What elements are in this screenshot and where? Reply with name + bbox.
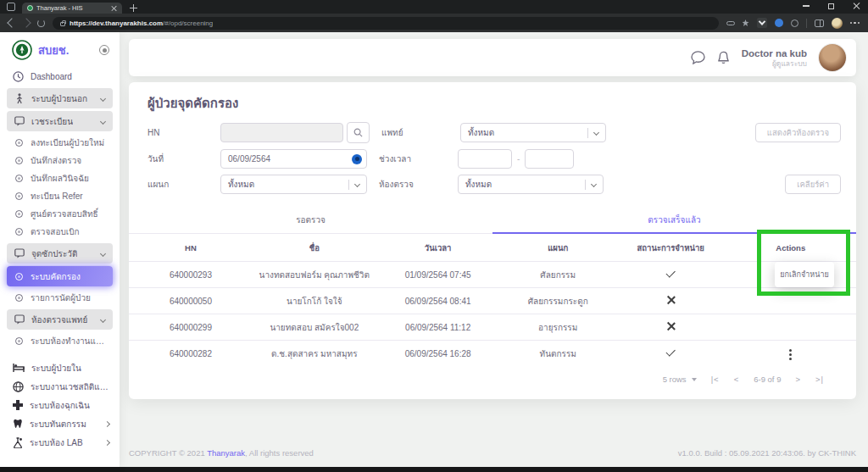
chevron-down-icon xyxy=(100,118,106,124)
date-input[interactable] xyxy=(220,149,367,169)
sidebar-item-history-point[interactable]: จุดซักประวัติ xyxy=(7,243,113,264)
user-info[interactable]: Doctor na kub ผู้ดูแลระบบ xyxy=(742,47,807,69)
sidebar-item-ipd-system[interactable]: ระบบผู้ป่วยใน xyxy=(0,358,120,377)
url-bar[interactable]: https://dev.thanyarakhis.com/#/opd/scree… xyxy=(53,17,719,30)
chevron-down-icon xyxy=(100,250,106,256)
chevron-down-icon xyxy=(100,316,106,322)
doctor-select[interactable]: ทั้งหมด xyxy=(460,123,606,142)
sidebar-item-doctor-exam-room[interactable]: ห้องตรวจแพทย์ xyxy=(7,309,113,330)
password-key-icon[interactable] xyxy=(726,21,735,25)
exam-room-label: ห้องตรวจ xyxy=(379,178,458,191)
filter-form: HN แพทย์ ทั้งหมด แสดงคิวห้องตรวจ xyxy=(129,120,856,203)
sidebar-item-dashboard[interactable]: Dashboard xyxy=(0,67,120,86)
browser-tab[interactable]: Thanyarak - HIS xyxy=(22,3,122,14)
prev-page-button[interactable]: < xyxy=(734,375,740,384)
last-page-button[interactable]: >| xyxy=(815,375,824,384)
reload-icon[interactable] xyxy=(37,19,45,27)
user-avatar[interactable] xyxy=(819,44,846,71)
favorites-star-icon[interactable] xyxy=(743,19,749,26)
sidebar-item-diagnosis-record[interactable]: บันทึกผลวินิจฉัย xyxy=(0,169,120,187)
sidebar-item-emergency-room[interactable]: ระบบห้องฉุกเฉิน xyxy=(0,396,120,414)
lab-icon xyxy=(13,437,23,448)
extension-v-icon[interactable] xyxy=(757,18,767,28)
exam-room-select[interactable]: ทั้งหมด xyxy=(458,175,604,194)
table-row: 640000282 ด.ช.สุดสาคร มหาสมุทร 06/09/256… xyxy=(129,341,856,367)
screen: Thanyarak - HIS https://dev.thanyarakhis… xyxy=(0,0,868,472)
chat-square-icon xyxy=(14,116,25,126)
chat-square-icon xyxy=(14,314,25,325)
sidebar-item-register-new-patient[interactable]: ลงทะเบียนผู้ป่วยใหม่ xyxy=(0,134,120,152)
brand-name: สบยช. xyxy=(38,42,93,59)
sidebar-item-dental-system[interactable]: ระบบทันตกรรม xyxy=(0,414,120,433)
close-icon[interactable] xyxy=(853,3,860,9)
table-header-row: HN ชื่อ วันเวลา แผนก สถานะการจำหน่าย Act… xyxy=(129,234,856,262)
globe-icon xyxy=(13,381,24,392)
browser-essentials-icon[interactable] xyxy=(791,19,798,27)
table-row: 640000050 นายโกโก้ ใจใจ้ 06/09/2564 08:4… xyxy=(129,288,856,314)
pagination: 5 rows |< < 6-9 of 9 > >| xyxy=(129,375,856,399)
forward-icon[interactable] xyxy=(21,18,31,27)
taskbar-edge xyxy=(0,467,868,472)
new-tab-icon[interactable] xyxy=(130,4,137,12)
screening-card: ผู้ป่วยจุดคัดกรอง HN แพทย์ ทั้งหมด xyxy=(129,82,856,399)
search-icon xyxy=(353,128,363,137)
radio-icon xyxy=(15,294,23,302)
sidebar-item-opd-system[interactable]: ระบบผู้ป่วยนอก xyxy=(7,88,113,108)
rows-per-page-select[interactable]: 5 rows xyxy=(663,375,697,384)
sidebar-collapse-icon[interactable] xyxy=(99,45,109,55)
department-select[interactable]: ทั้งหมด xyxy=(220,175,367,194)
sidebar-item-rights-check-center[interactable]: ศูนย์ตรวจสอบสิทธิ์ xyxy=(0,205,120,223)
minimize-icon[interactable] xyxy=(803,5,810,6)
tab-actions-icon[interactable] xyxy=(7,3,15,11)
chat-bubble-icon[interactable] xyxy=(691,51,705,64)
tab-waiting[interactable]: รอตรวจ xyxy=(129,207,492,233)
col-name: ชื่อ xyxy=(253,234,376,262)
time-from-input[interactable] xyxy=(458,149,512,169)
radio-icon xyxy=(15,157,23,164)
brand: สบยช. xyxy=(0,32,120,67)
back-icon[interactable] xyxy=(7,18,16,27)
doctor-label: แพทย์ xyxy=(381,126,460,139)
browser-profile-avatar[interactable] xyxy=(832,18,843,29)
date-field[interactable] xyxy=(220,149,367,169)
sidebar-item-lab-room[interactable]: ระบบห้อง LAB xyxy=(0,433,120,452)
sidebar-item-screening-system[interactable]: ระบบคัดกรอง xyxy=(7,266,113,286)
tab-completed[interactable]: ตรวจเสร็จแล้ว xyxy=(492,207,856,234)
bell-icon[interactable] xyxy=(717,51,730,64)
search-button[interactable] xyxy=(347,122,370,143)
first-page-button[interactable]: |< xyxy=(711,375,720,384)
thanyarak-link[interactable]: Thanyarak xyxy=(207,448,245,458)
clear-button[interactable]: เคลียร์ค่า xyxy=(785,175,841,194)
user-name: Doctor na kub xyxy=(742,47,807,59)
extension-blue-icon[interactable] xyxy=(775,19,783,27)
time-to-input[interactable] xyxy=(525,149,574,169)
col-department: แผนก xyxy=(500,234,616,262)
table-row: 640000299 นายทดสอบ สมัครใจ002 06/09/2564… xyxy=(129,314,856,341)
date-clear-icon[interactable] xyxy=(352,154,362,164)
sidebar-item-claim-check[interactable]: ตรวจสอบเบิก xyxy=(0,223,120,241)
hn-input[interactable] xyxy=(220,123,343,142)
sidebar-item-medical-records[interactable]: เวชระเบียน xyxy=(7,111,113,131)
tab-title: Thanyarak - HIS xyxy=(36,4,108,12)
maximize-icon[interactable] xyxy=(828,3,834,9)
sidebar-item-appointment-list[interactable]: รายการนัดผู้ป่วย xyxy=(0,289,120,307)
cancel-discharge-menu-item[interactable]: ยกเลิกจำหน่าย xyxy=(778,269,831,280)
show-queue-button[interactable]: แสดงคิวห้องตรวจ xyxy=(755,123,841,142)
kebab-menu-icon[interactable] xyxy=(785,347,796,363)
chevron-down-icon xyxy=(354,181,360,187)
next-page-button[interactable]: > xyxy=(795,375,801,384)
patients-table: HN ชื่อ วันเวลา แผนก สถานะการจำหน่าย Act… xyxy=(129,234,856,367)
radio-icon xyxy=(15,210,23,218)
split-screen-icon[interactable] xyxy=(815,19,824,27)
discharge-status-icon xyxy=(665,321,676,331)
radio-icon xyxy=(15,175,23,182)
sidebar-item-refer-registry[interactable]: ทะเบียน Refer xyxy=(0,187,120,205)
radio-icon xyxy=(15,228,23,236)
sidebar-item-medical-statistics[interactable]: ระบบงานเวชสถิติและ... xyxy=(0,377,120,396)
sidebar-item-doctor-workroom-system[interactable]: ระบบห้องทำงานแพทย์ xyxy=(0,332,120,350)
url-text: https://dev.thanyarakhis.com/#/opd/scree… xyxy=(70,19,213,27)
browser-menu-icon[interactable] xyxy=(850,22,860,25)
tab-close-icon[interactable] xyxy=(111,5,117,11)
sidebar-item-exam-record[interactable]: บันทึกส่งตรวจ xyxy=(0,152,120,169)
sidebar-nav: Dashboard ระบบผู้ป่วยนอก เวชระเบียน ลงทะ… xyxy=(0,67,120,452)
